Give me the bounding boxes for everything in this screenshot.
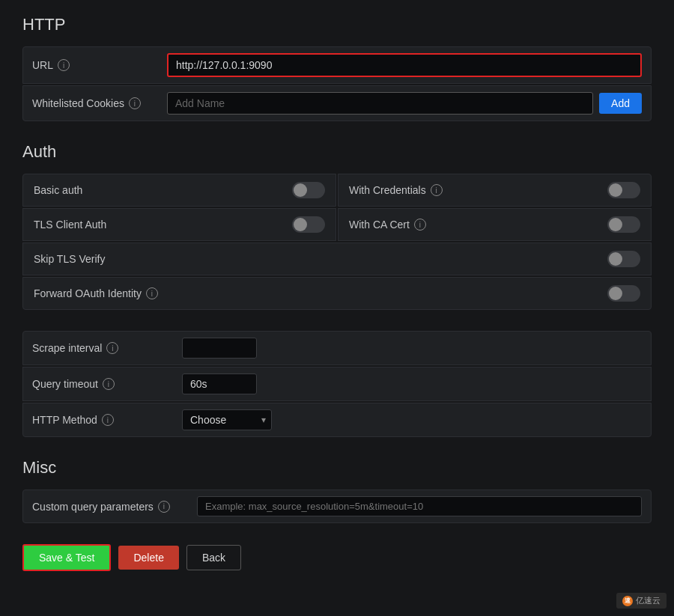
scrape-interval-label: Scrape interval i: [32, 342, 182, 354]
http-method-label: HTTP Method i: [32, 414, 182, 426]
tls-client-auth-toggle[interactable]: [292, 216, 325, 233]
watermark-text: 亿速云: [636, 595, 661, 606]
forward-oauth-info-icon[interactable]: i: [146, 287, 158, 299]
whitelisted-cookies-label: Whitelisted Cookies i: [32, 97, 167, 109]
custom-query-info-icon[interactable]: i: [158, 501, 170, 513]
tls-client-auth-row: TLS Client Auth: [22, 208, 336, 241]
url-label: URL i: [32, 59, 167, 71]
tls-client-auth-label: TLS Client Auth: [34, 219, 106, 231]
basic-auth-row: Basic auth: [22, 174, 336, 207]
http-method-info-icon[interactable]: i: [102, 414, 114, 426]
scrape-interval-input[interactable]: [182, 338, 257, 359]
with-credentials-label: With Credentials i: [349, 184, 443, 196]
scrape-interval-row: Scrape interval i: [22, 331, 652, 365]
http-method-row: HTTP Method i Choose GET POST ▾: [22, 403, 652, 437]
forward-oauth-toggle[interactable]: [607, 285, 640, 302]
query-timeout-row: Query timeout i: [22, 367, 652, 401]
auth-title: Auth: [22, 142, 652, 162]
whitelisted-cookies-row: Whitelisted Cookies i Add: [22, 85, 652, 121]
add-button[interactable]: Add: [599, 93, 642, 114]
whitelisted-cookies-info-icon[interactable]: i: [129, 97, 141, 109]
http-section: HTTP URL i Whitelisted Cookies i Add: [22, 15, 652, 121]
auth-grid: Basic auth With Credentials i TLS Client…: [22, 174, 652, 310]
button-row: Save & Test Delete Back: [22, 544, 652, 571]
misc-title: Misc: [22, 458, 652, 478]
custom-query-row: Custom query parameters i: [22, 490, 652, 523]
skip-tls-row: Skip TLS Verify: [22, 243, 652, 275]
forward-oauth-label: Forward OAuth Identity i: [34, 287, 158, 299]
skip-tls-toggle[interactable]: [607, 251, 640, 267]
misc-section: Misc Custom query parameters i: [22, 458, 652, 523]
with-ca-cert-label: With CA Cert i: [349, 219, 426, 231]
query-timeout-info-icon[interactable]: i: [103, 378, 115, 390]
custom-query-label: Custom query parameters i: [32, 501, 197, 513]
basic-auth-toggle[interactable]: [292, 182, 325, 198]
with-ca-cert-toggle[interactable]: [607, 216, 640, 233]
with-credentials-toggle[interactable]: [607, 182, 640, 198]
interval-section: Scrape interval i Query timeout i HTTP M…: [22, 331, 652, 437]
custom-query-input[interactable]: [197, 496, 642, 516]
save-test-button[interactable]: Save & Test: [22, 544, 111, 571]
basic-auth-label: Basic auth: [34, 184, 82, 196]
auth-section: Auth Basic auth With Credentials i: [22, 142, 652, 310]
tls-client-auth-slider: [292, 216, 325, 233]
skip-tls-slider: [607, 251, 640, 267]
with-ca-cert-slider: [607, 216, 640, 233]
forward-oauth-row: Forward OAuth Identity i: [22, 277, 652, 310]
back-button[interactable]: Back: [186, 545, 241, 570]
url-input[interactable]: [167, 53, 642, 77]
with-credentials-row: With Credentials i: [338, 174, 652, 207]
http-method-dropdown-wrapper: Choose GET POST ▾: [182, 409, 272, 430]
delete-button[interactable]: Delete: [118, 546, 178, 570]
watermark-icon: 速: [622, 596, 633, 606]
whitelisted-cookies-input[interactable]: [167, 92, 593, 115]
with-credentials-slider: [607, 182, 640, 198]
with-ca-cert-row: With CA Cert i: [338, 208, 652, 241]
basic-auth-slider: [292, 182, 325, 198]
http-method-select[interactable]: Choose GET POST: [182, 409, 272, 430]
scrape-interval-info-icon[interactable]: i: [106, 342, 118, 354]
forward-oauth-slider: [607, 285, 640, 302]
with-ca-cert-info-icon[interactable]: i: [414, 219, 426, 231]
url-info-icon[interactable]: i: [58, 59, 70, 71]
query-timeout-input[interactable]: [182, 373, 257, 394]
with-credentials-info-icon[interactable]: i: [431, 184, 443, 196]
http-title: HTTP: [22, 15, 652, 34]
skip-tls-label: Skip TLS Verify: [34, 253, 105, 265]
watermark: 速 亿速云: [616, 593, 667, 609]
query-timeout-label: Query timeout i: [32, 378, 182, 390]
url-row: URL i: [22, 46, 652, 84]
